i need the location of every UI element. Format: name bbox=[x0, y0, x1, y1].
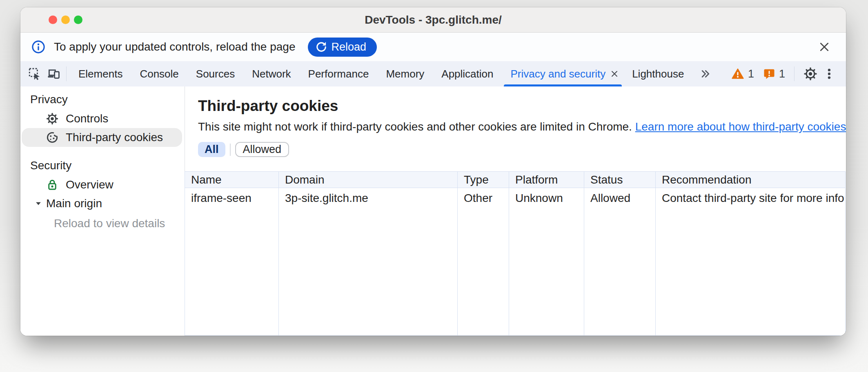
toolbar-divider bbox=[66, 66, 67, 81]
info-icon bbox=[31, 40, 46, 54]
lock-icon bbox=[46, 178, 59, 191]
maximize-window-button[interactable] bbox=[74, 16, 82, 24]
panel-tabs: Elements Console Sources Network Perform… bbox=[70, 61, 718, 86]
device-toolbar-icon[interactable] bbox=[44, 64, 63, 83]
tab-sources[interactable]: Sources bbox=[187, 61, 243, 86]
traffic-lights bbox=[49, 7, 82, 32]
reload-icon bbox=[315, 41, 327, 53]
column-header-type[interactable]: Type bbox=[458, 172, 509, 188]
chip-divider bbox=[230, 144, 231, 156]
issue-count: 1 bbox=[779, 68, 785, 80]
sidebar-item-label: Third-party cookies bbox=[66, 131, 163, 144]
sidebar-item-label: Controls bbox=[66, 112, 108, 125]
third-party-cookies-panel: Third-party cookies This site might not … bbox=[185, 86, 846, 336]
tab-network[interactable]: Network bbox=[243, 61, 299, 86]
gear-icon bbox=[46, 112, 59, 125]
page-title: Third-party cookies bbox=[198, 97, 846, 115]
warning-icon bbox=[731, 67, 744, 80]
reload-note: Reload to view details bbox=[54, 217, 185, 230]
table-cell-status[interactable]: Allowed bbox=[584, 188, 656, 208]
description-text: This site might not work if third-party … bbox=[198, 120, 632, 133]
panel-description: This site might not work if third-party … bbox=[198, 119, 846, 135]
sidebar-item-label: Main origin bbox=[46, 197, 102, 210]
issues-counter[interactable]: 1 bbox=[763, 68, 785, 80]
panel-content: Privacy Controls bbox=[20, 86, 846, 336]
tab-memory[interactable]: Memory bbox=[377, 61, 433, 86]
toolbar-divider bbox=[794, 66, 795, 81]
infobar-close-icon[interactable] bbox=[817, 40, 831, 54]
window-title: DevTools - 3pc.glitch.me/ bbox=[20, 13, 846, 27]
sidebar-item-controls[interactable]: Controls bbox=[22, 109, 182, 128]
cookie-icon bbox=[46, 131, 59, 144]
sidebar-section-privacy: Privacy bbox=[20, 92, 185, 107]
infobar-message: To apply your updated controls, reload t… bbox=[54, 40, 296, 53]
settings-gear-icon[interactable] bbox=[801, 64, 820, 83]
table-cell-platform[interactable]: Unknown bbox=[509, 188, 584, 208]
table-filler-column bbox=[458, 208, 509, 335]
tab-performance[interactable]: Performance bbox=[300, 61, 378, 86]
table-cell-domain[interactable]: 3p-site.glitch.me bbox=[279, 188, 458, 208]
table-cell-recommendation[interactable]: Contact third-party site for more info bbox=[656, 188, 845, 208]
reload-button-label: Reload bbox=[332, 41, 367, 53]
sidebar-item-overview[interactable]: Overview bbox=[22, 175, 182, 194]
column-header-recommendation[interactable]: Recommendation bbox=[656, 172, 845, 188]
caret-down-icon[interactable] bbox=[34, 199, 42, 208]
column-header-domain[interactable]: Domain bbox=[279, 172, 458, 188]
table-filler-column bbox=[509, 208, 584, 335]
tab-elements[interactable]: Elements bbox=[70, 61, 131, 86]
infobar: To apply your updated controls, reload t… bbox=[20, 33, 846, 61]
issue-icon bbox=[763, 68, 775, 80]
reload-button[interactable]: Reload bbox=[308, 38, 377, 57]
sidebar-item-label: Overview bbox=[66, 178, 114, 191]
devtools-toolbar: Elements Console Sources Network Perform… bbox=[20, 61, 846, 86]
table-filler-column bbox=[185, 208, 279, 335]
table-filler-column bbox=[279, 208, 458, 335]
warning-count: 1 bbox=[748, 68, 754, 80]
filter-chip-allowed[interactable]: Allowed bbox=[235, 142, 289, 157]
column-header-name[interactable]: Name bbox=[185, 172, 279, 188]
sidebar-item-third-party-cookies[interactable]: Third-party cookies bbox=[22, 128, 182, 147]
sidebar-item-main-origin[interactable]: Main origin bbox=[22, 194, 182, 213]
table-cell-name[interactable]: iframe-seen bbox=[185, 188, 279, 208]
devtools-window: DevTools - 3pc.glitch.me/ To apply your … bbox=[20, 7, 846, 336]
titlebar: DevTools - 3pc.glitch.me/ bbox=[20, 7, 846, 33]
learn-more-link[interactable]: Learn more about how third-party cookies… bbox=[635, 120, 846, 133]
table-filler-column bbox=[656, 208, 845, 335]
table-cell-type[interactable]: Other bbox=[458, 188, 509, 208]
close-window-button[interactable] bbox=[49, 16, 57, 24]
privacy-security-sidebar: Privacy Controls bbox=[20, 86, 185, 336]
tab-application[interactable]: Application bbox=[433, 61, 502, 86]
sidebar-section-security: Security bbox=[20, 158, 185, 173]
filter-chip-all[interactable]: All bbox=[198, 142, 225, 157]
cookies-table: Name Domain Type Platform Status Recomme… bbox=[185, 171, 846, 336]
filter-chips: All Allowed bbox=[198, 142, 846, 157]
more-tabs-icon[interactable] bbox=[692, 61, 718, 86]
toolbar-right-cluster: 1 1 bbox=[722, 64, 839, 83]
table-filler-column bbox=[584, 208, 656, 335]
tab-lighthouse[interactable]: Lighthouse bbox=[623, 61, 692, 86]
inspect-element-icon[interactable] bbox=[25, 64, 44, 83]
tab-privacy-and-security[interactable]: Privacy and security bbox=[502, 61, 624, 86]
warnings-counter[interactable]: 1 bbox=[731, 67, 754, 80]
tab-close-icon[interactable] bbox=[610, 69, 619, 79]
tab-console[interactable]: Console bbox=[131, 61, 187, 86]
minimize-window-button[interactable] bbox=[61, 16, 70, 24]
column-header-status[interactable]: Status bbox=[584, 172, 656, 188]
column-header-platform[interactable]: Platform bbox=[509, 172, 584, 188]
kebab-menu-icon[interactable] bbox=[820, 64, 839, 83]
